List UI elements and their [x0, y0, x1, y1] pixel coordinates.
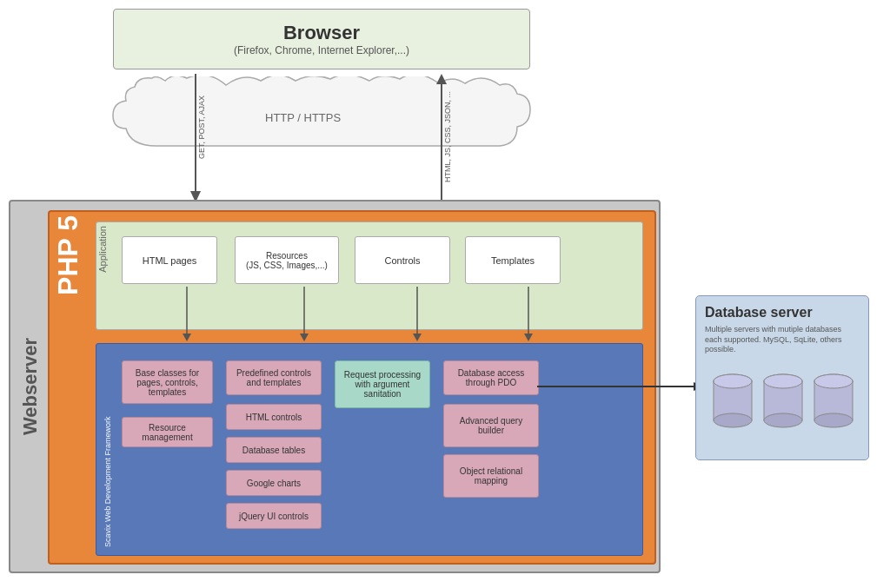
svg-marker-12 — [524, 334, 533, 341]
svg-point-22 — [764, 374, 802, 388]
svg-point-17 — [714, 413, 752, 427]
cloud-shape: HTTP / HTTPS — [104, 76, 539, 163]
fw-google-charts: Google charts — [226, 470, 322, 496]
svg-point-18 — [714, 374, 752, 388]
fw-base-classes: Base classes forpages, controls, templat… — [122, 360, 213, 404]
diagram-container: Browser (Firefox, Chrome, Internet Explo… — [0, 0, 890, 588]
browser-subtitle: (Firefox, Chrome, Internet Explorer,...) — [234, 44, 409, 56]
db-server-title: Database server — [705, 305, 860, 320]
fw-request-processing: Request processingwith argument sanitati… — [335, 360, 430, 408]
db-connector — [537, 373, 711, 400]
svg-marker-8 — [300, 334, 309, 341]
app-resources: Resources(JS, CSS, Images,...) — [235, 236, 339, 284]
fw-predefined-controls: Predefined controlsand templates — [226, 360, 322, 395]
browser-title: Browser — [283, 22, 360, 44]
db-server-box: Database server Multiple servers with mu… — [695, 295, 869, 460]
fw-db-access: Database accessthrough PDO — [443, 360, 539, 395]
app-templates: Templates — [465, 236, 561, 284]
fw-orm: Object relational mapping — [443, 454, 539, 498]
framework-label: Scavix Web Development Framework — [98, 347, 117, 547]
app-html-pages: HTML pages — [122, 236, 217, 284]
browser-box: Browser (Firefox, Chrome, Internet Explo… — [113, 9, 530, 69]
right-arrow-label: HTML, JS, CSS, JSON, ... — [443, 91, 452, 182]
svg-marker-4 — [436, 74, 447, 84]
fw-jquery-controls: jQuery UI controls — [226, 503, 322, 529]
svg-point-21 — [764, 413, 802, 427]
app-controls: Controls — [355, 236, 450, 284]
fw-adv-query: Advanced query builder — [443, 404, 539, 447]
svg-marker-10 — [413, 334, 422, 341]
fw-resource-mgmt: Resource management — [122, 417, 213, 447]
php5-label: PHP 5 — [52, 215, 84, 295]
fw-html-controls: HTML controls — [226, 404, 322, 430]
svg-point-26 — [814, 374, 853, 388]
svg-text:HTTP / HTTPS: HTTP / HTTPS — [265, 111, 341, 124]
db-cylinders — [705, 364, 861, 442]
application-label: Application — [97, 226, 108, 273]
webserver-label: Webserver — [9, 200, 52, 573]
db-server-desc: Multiple servers with mutiple databases … — [705, 325, 860, 355]
fw-db-tables: Database tables — [226, 437, 322, 463]
svg-marker-6 — [183, 334, 191, 341]
svg-point-25 — [814, 413, 853, 427]
app-to-fw-arrows — [113, 287, 669, 347]
left-arrow-label: GET, POST, AJAX — [197, 96, 206, 159]
